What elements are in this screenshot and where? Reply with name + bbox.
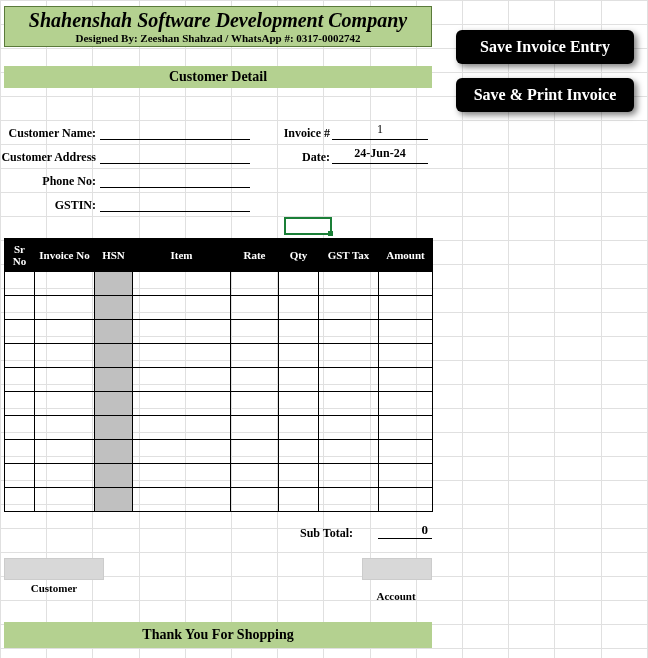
cell-qty[interactable] <box>279 344 319 368</box>
cell-item[interactable] <box>133 440 231 464</box>
cell-rate[interactable] <box>231 272 279 296</box>
input-customer-name[interactable] <box>100 122 250 140</box>
cell-gst[interactable] <box>319 440 379 464</box>
cell-item[interactable] <box>133 344 231 368</box>
table-row[interactable] <box>5 320 433 344</box>
cell-hsn[interactable] <box>95 440 133 464</box>
active-cell-cursor[interactable] <box>284 217 332 235</box>
cell-amt[interactable] <box>379 464 433 488</box>
cell-sr[interactable] <box>5 440 35 464</box>
cell-sr[interactable] <box>5 392 35 416</box>
cell-rate[interactable] <box>231 416 279 440</box>
cell-rate[interactable] <box>231 320 279 344</box>
cell-rate[interactable] <box>231 296 279 320</box>
table-row[interactable] <box>5 464 433 488</box>
table-row[interactable] <box>5 392 433 416</box>
table-row[interactable] <box>5 344 433 368</box>
cell-amt[interactable] <box>379 488 433 512</box>
cell-inv[interactable] <box>35 392 95 416</box>
cell-gst[interactable] <box>319 320 379 344</box>
cell-rate[interactable] <box>231 464 279 488</box>
cell-inv[interactable] <box>35 368 95 392</box>
cell-gst[interactable] <box>319 416 379 440</box>
cell-amt[interactable] <box>379 296 433 320</box>
cell-amt[interactable] <box>379 344 433 368</box>
cell-gst[interactable] <box>319 344 379 368</box>
cell-item[interactable] <box>133 392 231 416</box>
cell-item[interactable] <box>133 368 231 392</box>
table-row[interactable] <box>5 368 433 392</box>
cell-sr[interactable] <box>5 296 35 320</box>
cell-hsn[interactable] <box>95 320 133 344</box>
input-gstin[interactable] <box>100 194 250 212</box>
table-row[interactable] <box>5 272 433 296</box>
cell-sr[interactable] <box>5 320 35 344</box>
cell-item[interactable] <box>133 296 231 320</box>
cell-gst[interactable] <box>319 464 379 488</box>
cell-qty[interactable] <box>279 440 319 464</box>
input-invoice-no[interactable]: 1 <box>332 122 428 140</box>
cell-amt[interactable] <box>379 368 433 392</box>
cell-amt[interactable] <box>379 320 433 344</box>
cell-item[interactable] <box>133 488 231 512</box>
cell-inv[interactable] <box>35 296 95 320</box>
cell-rate[interactable] <box>231 440 279 464</box>
save-invoice-button[interactable]: Save Invoice Entry <box>456 30 634 64</box>
cell-gst[interactable] <box>319 296 379 320</box>
table-row[interactable] <box>5 440 433 464</box>
cell-sr[interactable] <box>5 344 35 368</box>
cell-item[interactable] <box>133 272 231 296</box>
cell-hsn[interactable] <box>95 296 133 320</box>
cell-hsn[interactable] <box>95 392 133 416</box>
cell-inv[interactable] <box>35 272 95 296</box>
cell-qty[interactable] <box>279 416 319 440</box>
cell-rate[interactable] <box>231 488 279 512</box>
table-row[interactable] <box>5 416 433 440</box>
cell-inv[interactable] <box>35 344 95 368</box>
cell-amt[interactable] <box>379 392 433 416</box>
cell-inv[interactable] <box>35 416 95 440</box>
cell-item[interactable] <box>133 416 231 440</box>
cell-qty[interactable] <box>279 368 319 392</box>
cell-hsn[interactable] <box>95 488 133 512</box>
cell-gst[interactable] <box>319 392 379 416</box>
cell-qty[interactable] <box>279 272 319 296</box>
cell-hsn[interactable] <box>95 368 133 392</box>
cell-sr[interactable] <box>5 272 35 296</box>
cell-inv[interactable] <box>35 320 95 344</box>
cell-sr[interactable] <box>5 368 35 392</box>
cell-amt[interactable] <box>379 416 433 440</box>
cell-rate[interactable] <box>231 392 279 416</box>
table-row[interactable] <box>5 296 433 320</box>
cell-qty[interactable] <box>279 392 319 416</box>
cell-gst[interactable] <box>319 488 379 512</box>
cell-hsn[interactable] <box>95 272 133 296</box>
cell-amt[interactable] <box>379 440 433 464</box>
input-customer-address[interactable] <box>100 146 250 164</box>
cell-item[interactable] <box>133 320 231 344</box>
cell-inv[interactable] <box>35 440 95 464</box>
cell-inv[interactable] <box>35 464 95 488</box>
cell-sr[interactable] <box>5 416 35 440</box>
cell-gst[interactable] <box>319 368 379 392</box>
items-table[interactable]: Sr No Invoice No HSN Item Rate Qty GST T… <box>4 238 433 512</box>
cell-rate[interactable] <box>231 344 279 368</box>
input-date[interactable]: 24-Jun-24 <box>332 146 428 164</box>
input-phone-no[interactable] <box>100 170 250 188</box>
cell-item[interactable] <box>133 464 231 488</box>
cell-qty[interactable] <box>279 488 319 512</box>
cell-qty[interactable] <box>279 296 319 320</box>
cell-qty[interactable] <box>279 464 319 488</box>
cell-amt[interactable] <box>379 272 433 296</box>
cell-hsn[interactable] <box>95 344 133 368</box>
cell-hsn[interactable] <box>95 464 133 488</box>
cell-inv[interactable] <box>35 488 95 512</box>
cell-rate[interactable] <box>231 368 279 392</box>
table-row[interactable] <box>5 488 433 512</box>
cell-sr[interactable] <box>5 464 35 488</box>
cell-hsn[interactable] <box>95 416 133 440</box>
cell-gst[interactable] <box>319 272 379 296</box>
cell-qty[interactable] <box>279 320 319 344</box>
save-print-invoice-button[interactable]: Save & Print Invoice <box>456 78 634 112</box>
cell-sr[interactable] <box>5 488 35 512</box>
